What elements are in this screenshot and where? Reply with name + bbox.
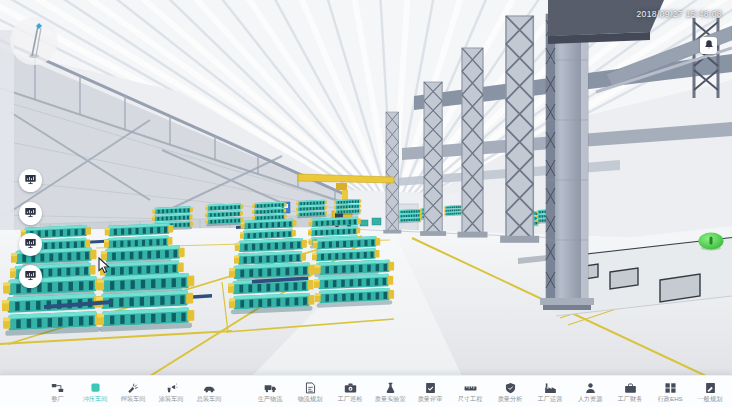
- workshop-tab-group: 整厂冲压车间焊装车间涂装车间总装车间: [38, 376, 228, 407]
- module-item-11[interactable]: 行政EHS: [651, 376, 689, 407]
- workshop-tab-3[interactable]: 焊装车间: [114, 376, 152, 407]
- workshop-tab-label: 总装车间: [197, 395, 222, 402]
- datetime-display: 2018/09/27 15:48:08: [636, 9, 722, 19]
- ruler-icon: [464, 381, 477, 394]
- module-item-6[interactable]: 尺寸工程: [451, 376, 489, 407]
- flask-icon: [384, 381, 397, 394]
- spray-gun-icon: [165, 381, 178, 394]
- scene-stat-button-3[interactable]: [19, 233, 42, 256]
- scene-stat-button-1[interactable]: [19, 169, 42, 192]
- workshop-tab-label: 焊装车间: [121, 395, 146, 402]
- grid-icon: [664, 381, 677, 394]
- module-item-8[interactable]: 工厂运营: [531, 376, 569, 407]
- shield-icon: [504, 381, 517, 394]
- workshop-tab-4[interactable]: 涂装车间: [152, 376, 190, 407]
- module-item-10[interactable]: 工厂财务: [611, 376, 649, 407]
- module-item-label: 质量实验室: [375, 395, 406, 402]
- module-item-label: 一般规划: [698, 395, 723, 402]
- dashboard-icon: [24, 237, 37, 252]
- module-item-label: 工厂财务: [618, 395, 643, 402]
- module-button-group: 生产物流物流规划工厂巡检质量实验室质量评审尺寸工程质量分析工厂运营人力资源工厂财…: [250, 376, 730, 407]
- dashboard-icon: [24, 269, 37, 284]
- module-item-9[interactable]: 人力资源: [571, 376, 609, 407]
- scene-stat-button-2[interactable]: [19, 202, 42, 225]
- bottom-toolbar: 整厂冲压车间焊装车间涂装车间总装车间 生产物流物流规划工厂巡检质量实验室质量评审…: [0, 375, 732, 407]
- person-icon: [584, 381, 597, 394]
- module-item-label: 质量分析: [498, 395, 523, 402]
- module-item-2[interactable]: 物流规划: [291, 376, 329, 407]
- welding-torch-icon: [127, 381, 140, 394]
- logistics-plan-icon: [304, 381, 317, 394]
- module-item-5[interactable]: 质量评审: [411, 376, 449, 407]
- factory-scene: [0, 0, 732, 376]
- module-item-label: 工厂运营: [538, 395, 563, 402]
- stamping-square-icon: [89, 381, 102, 394]
- workshop-tab-label: 涂装车间: [159, 395, 184, 402]
- workshop-tab-5[interactable]: 总装车间: [190, 376, 228, 407]
- compass-widget[interactable]: [8, 15, 60, 67]
- bell-icon: [703, 38, 715, 53]
- module-item-label: 人力资源: [578, 395, 603, 402]
- doc-check-icon: [424, 381, 437, 394]
- workshop-tab-2[interactable]: 冲压车间: [76, 376, 114, 407]
- module-item-label: 工厂巡检: [338, 395, 363, 402]
- factory-icon: [544, 381, 557, 394]
- workshop-tab-label: 整厂: [51, 395, 63, 402]
- scene-stat-button-4[interactable]: [19, 265, 42, 288]
- truck-icon: [264, 381, 277, 394]
- steel-column: [540, 14, 594, 310]
- module-item-3[interactable]: 工厂巡检: [331, 376, 369, 407]
- module-item-label: 质量评审: [418, 395, 443, 402]
- module-item-label: 物流规划: [298, 395, 323, 402]
- doc-plan-icon: [704, 381, 717, 394]
- workshop-tab-label: 冲压车间: [83, 395, 108, 402]
- dashboard-icon: [24, 173, 37, 188]
- digital-twin-app: 2018/09/27 15:48:08 整厂冲压车间焊装车间涂装车间总装车间 生…: [0, 0, 732, 407]
- workshop-tab-1[interactable]: 整厂: [38, 376, 76, 407]
- notification-bell-button[interactable]: [700, 37, 717, 54]
- module-item-12[interactable]: 一般规划: [691, 376, 729, 407]
- 3d-viewport[interactable]: [0, 0, 732, 376]
- module-item-4[interactable]: 质量实验室: [371, 376, 409, 407]
- module-item-7[interactable]: 质量分析: [491, 376, 529, 407]
- camera-icon: [344, 381, 357, 394]
- module-item-label: 行政EHS: [657, 395, 682, 402]
- car-icon: [203, 381, 216, 394]
- module-item-label: 尺寸工程: [458, 395, 483, 402]
- module-item-label: 生产物流: [258, 395, 283, 402]
- plant-layout-icon: [51, 381, 64, 394]
- briefcase-icon: [624, 381, 637, 394]
- status-marker-green[interactable]: [699, 233, 724, 251]
- dashboard-icon: [24, 206, 37, 221]
- module-item-1[interactable]: 生产物流: [251, 376, 289, 407]
